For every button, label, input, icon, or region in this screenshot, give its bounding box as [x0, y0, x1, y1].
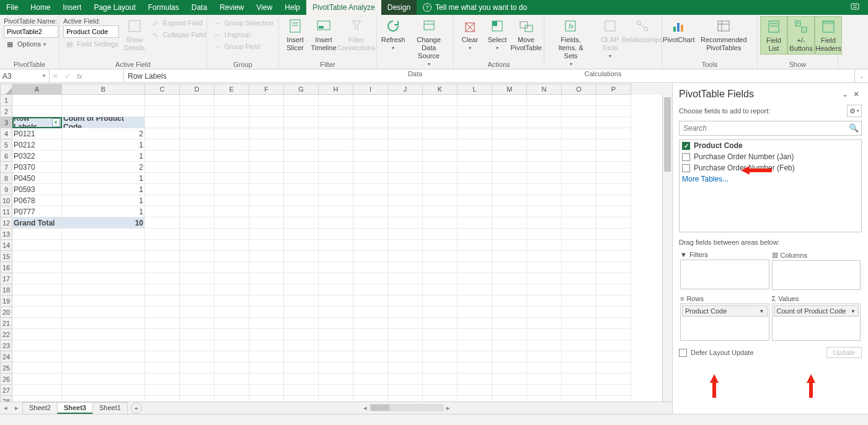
cell[interactable]: [388, 362, 423, 374]
cell[interactable]: [145, 251, 180, 262]
cell[interactable]: [284, 351, 319, 362]
row-header-9[interactable]: 9: [0, 184, 12, 195]
cell[interactable]: [423, 106, 458, 117]
cell[interactable]: [596, 362, 631, 374]
cell[interactable]: [423, 351, 458, 362]
cell[interactable]: [180, 195, 215, 206]
cell[interactable]: [388, 229, 423, 240]
column-header-N[interactable]: N: [527, 84, 562, 95]
cell[interactable]: [562, 240, 596, 251]
cell[interactable]: [458, 362, 492, 374]
cell[interactable]: [319, 128, 353, 139]
cell[interactable]: [423, 284, 458, 296]
cell[interactable]: [284, 251, 319, 262]
cell[interactable]: [562, 117, 596, 128]
cell[interactable]: [249, 340, 284, 351]
cell[interactable]: [562, 128, 596, 139]
cell[interactable]: [527, 318, 562, 329]
cell[interactable]: [458, 206, 492, 217]
cell[interactable]: [249, 117, 284, 128]
cell[interactable]: [596, 206, 631, 217]
move-pivottable-button[interactable]: Move PivotTable: [511, 16, 541, 53]
column-header-B[interactable]: B: [62, 84, 145, 95]
cell[interactable]: [284, 284, 319, 296]
cell[interactable]: [388, 340, 423, 351]
cell[interactable]: [249, 195, 284, 206]
cell[interactable]: 10: [62, 217, 145, 229]
cell[interactable]: [215, 162, 249, 173]
cell[interactable]: [180, 162, 215, 173]
cell[interactable]: [145, 117, 180, 128]
cell[interactable]: [12, 318, 62, 329]
cell[interactable]: [62, 374, 145, 385]
cell[interactable]: [423, 251, 458, 262]
cell[interactable]: [215, 217, 249, 229]
plus-minus-buttons-toggle[interactable]: +−+/- Buttons: [787, 16, 815, 55]
row-header-17[interactable]: 17: [0, 273, 12, 284]
cell[interactable]: [215, 296, 249, 307]
cell[interactable]: [12, 374, 62, 385]
cell[interactable]: [319, 296, 353, 307]
cell[interactable]: [353, 162, 388, 173]
sheet-nav-next[interactable]: ▸: [11, 404, 22, 412]
cell[interactable]: 1: [62, 151, 145, 162]
cell[interactable]: [527, 95, 562, 106]
cell[interactable]: [562, 195, 596, 206]
row-header-23[interactable]: 23: [0, 340, 12, 351]
cell[interactable]: [596, 184, 631, 195]
cell[interactable]: [458, 396, 492, 401]
tab-page-layout[interactable]: Page Layout: [87, 0, 141, 15]
cell[interactable]: 1: [62, 206, 145, 217]
cell[interactable]: [284, 229, 319, 240]
cell[interactable]: [249, 385, 284, 396]
cell[interactable]: [353, 195, 388, 206]
cell[interactable]: [562, 251, 596, 262]
cell[interactable]: [596, 117, 631, 128]
cell[interactable]: [284, 374, 319, 385]
cell[interactable]: [562, 362, 596, 374]
cell[interactable]: [319, 307, 353, 318]
cell[interactable]: [215, 273, 249, 284]
column-header-J[interactable]: J: [388, 84, 423, 95]
cell[interactable]: [596, 396, 631, 401]
row-header-6[interactable]: 6: [0, 151, 12, 162]
cell[interactable]: [62, 318, 145, 329]
cell[interactable]: [284, 340, 319, 351]
cell[interactable]: P0678: [12, 195, 62, 206]
cell[interactable]: [423, 95, 458, 106]
cell[interactable]: [527, 340, 562, 351]
cell[interactable]: [423, 139, 458, 151]
pivottable-name-input[interactable]: [4, 25, 58, 38]
cell[interactable]: [319, 351, 353, 362]
cell[interactable]: [458, 162, 492, 173]
cell[interactable]: [492, 362, 527, 374]
cell[interactable]: [284, 362, 319, 374]
name-box[interactable]: A3▼: [0, 69, 50, 82]
cell[interactable]: [596, 262, 631, 273]
row-header-13[interactable]: 13: [0, 229, 12, 240]
column-header-D[interactable]: D: [180, 84, 215, 95]
cell[interactable]: [423, 117, 458, 128]
cell[interactable]: [319, 206, 353, 217]
column-header-A[interactable]: A: [12, 84, 62, 95]
row-header-3[interactable]: 3: [0, 117, 12, 128]
cell[interactable]: [458, 351, 492, 362]
cell[interactable]: [388, 184, 423, 195]
pane-collapse-icon[interactable]: ⌄: [839, 90, 851, 99]
cell[interactable]: 2: [62, 162, 145, 173]
vertical-scrollbar[interactable]: [662, 95, 672, 401]
cell[interactable]: [492, 296, 527, 307]
cell[interactable]: [562, 318, 596, 329]
field-checkbox[interactable]: [682, 164, 690, 172]
sheet-tab-sheet2[interactable]: Sheet2: [22, 402, 58, 414]
cell[interactable]: [145, 262, 180, 273]
cell[interactable]: [62, 273, 145, 284]
more-tables-link[interactable]: More Tables...: [680, 173, 861, 185]
cell[interactable]: [180, 374, 215, 385]
cell[interactable]: [62, 329, 145, 340]
cell[interactable]: [215, 385, 249, 396]
expand-formula-bar[interactable]: ⌄: [854, 69, 868, 82]
cell[interactable]: [562, 184, 596, 195]
cell[interactable]: [62, 95, 145, 106]
insert-slicer-button[interactable]: Insert Slicer: [281, 16, 309, 53]
